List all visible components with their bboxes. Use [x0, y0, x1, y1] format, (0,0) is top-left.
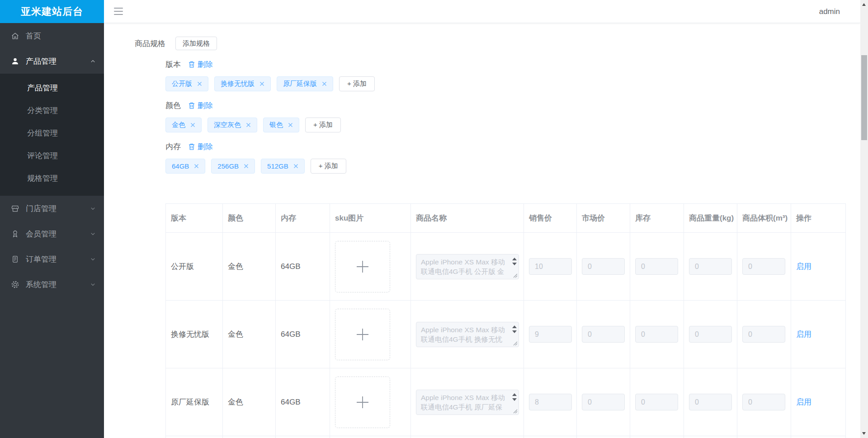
tag-close-icon[interactable]: [194, 164, 199, 169]
delete-spec-link[interactable]: 删除: [198, 100, 213, 111]
col-header-stock: 库存: [630, 204, 684, 233]
tag-close-icon[interactable]: [246, 122, 251, 127]
table-header-row: 版本 颜色 内存 sku图片 商品名称 销售价 市场价 库存 商品重量(kg) …: [166, 204, 846, 233]
plus-icon: [355, 395, 370, 410]
main-content: 商品规格 添加规格 版本 删除 公开版 换修无忧版 原厂延保版 + 添加 颜色 …: [104, 23, 860, 438]
cell-volume: [737, 301, 791, 368]
sidebar-item-system-management[interactable]: 系统管理: [0, 272, 104, 297]
sidebar-subitem-group-management[interactable]: 分组管理: [0, 122, 104, 144]
tag-close-icon[interactable]: [322, 81, 327, 86]
scroll-down-icon[interactable]: [512, 263, 517, 265]
tag-label: 公开版: [172, 80, 192, 88]
cell-market-price: [577, 436, 630, 438]
image-upload-box[interactable]: [335, 309, 390, 360]
add-tag-button[interactable]: + 添加: [305, 118, 341, 132]
scroll-up-icon[interactable]: [512, 258, 517, 260]
resize-grip-icon[interactable]: [513, 273, 518, 278]
trash-icon[interactable]: [188, 143, 195, 151]
tag-close-icon[interactable]: [293, 164, 298, 169]
textarea-scrollbar[interactable]: [512, 258, 517, 265]
tag-close-icon[interactable]: [190, 122, 195, 127]
user-icon: [11, 57, 19, 66]
sidebar-item-member-management[interactable]: 会员管理: [0, 221, 104, 246]
cell-product-name: Apple iPhone XS Max 移动 联通电信4G手机 换修无忧: [411, 301, 524, 368]
sidebar: 亚米建站后台 首页 产品管理 产品管理 分类管理 分组管理 评论管理 规格管理 …: [0, 0, 104, 438]
trash-icon[interactable]: [188, 102, 195, 109]
sidebar-subitem-spec-management[interactable]: 规格管理: [0, 167, 104, 189]
sidebar-item-home[interactable]: 首页: [0, 23, 104, 48]
spec-tag: 金色: [165, 118, 202, 132]
product-name-textarea[interactable]: Apple iPhone XS Max 移动 联通电信4G手机 换修无忧: [416, 322, 519, 347]
textarea-scrollbar[interactable]: [512, 393, 517, 401]
trash-icon[interactable]: [188, 61, 195, 68]
market-price-input[interactable]: [582, 394, 625, 410]
tag-close-icon[interactable]: [288, 122, 293, 127]
add-tag-button[interactable]: + 添加: [339, 76, 375, 91]
scrollbar-down-icon[interactable]: [862, 432, 866, 435]
add-tag-button[interactable]: + 添加: [311, 159, 346, 174]
image-upload-box[interactable]: [335, 377, 390, 428]
sale-price-input[interactable]: [529, 258, 572, 275]
sidebar-subitem-comment-management[interactable]: 评论管理: [0, 144, 104, 167]
stock-input[interactable]: [635, 326, 678, 343]
tag-close-icon[interactable]: [244, 164, 249, 169]
stock-input[interactable]: [635, 258, 678, 275]
resize-grip-icon[interactable]: [513, 341, 518, 346]
volume-input[interactable]: [742, 394, 785, 410]
sidebar-item-label: 首页: [26, 31, 96, 41]
image-upload-box[interactable]: [335, 241, 390, 292]
textarea-scrollbar[interactable]: [512, 325, 517, 333]
volume-input[interactable]: [742, 326, 785, 343]
product-name-textarea[interactable]: Apple iPhone XS Max 移动 联通电信4G手机 原厂延保: [416, 390, 519, 415]
scrollbar-up-icon[interactable]: [862, 3, 866, 6]
sidebar-subitem-product-management[interactable]: 产品管理: [0, 76, 104, 99]
sidebar-subitem-category-management[interactable]: 分类管理: [0, 99, 104, 122]
table-row-partial: [166, 436, 846, 438]
sidebar-item-order-management[interactable]: 订单管理: [0, 246, 104, 272]
col-header-memory: 内存: [276, 204, 330, 233]
weight-input[interactable]: [689, 326, 732, 343]
delete-spec-link[interactable]: 删除: [198, 59, 213, 70]
market-price-input[interactable]: [582, 258, 625, 275]
chevron-down-icon: [90, 282, 96, 287]
cell-product-name: [411, 436, 524, 438]
weight-input[interactable]: [689, 394, 732, 410]
tag-close-icon[interactable]: [197, 81, 202, 86]
sale-price-input[interactable]: [529, 326, 572, 343]
enable-link[interactable]: 启用: [796, 397, 811, 407]
chevron-up-icon: [90, 58, 96, 64]
weight-input[interactable]: [689, 258, 732, 275]
volume-input[interactable]: [742, 258, 785, 275]
scroll-up-icon[interactable]: [512, 393, 517, 396]
spec-group-memory-label-row: 内存 删除: [165, 141, 860, 152]
hamburger-menu-icon[interactable]: [114, 8, 123, 15]
cell-stock: [630, 436, 684, 438]
scroll-down-icon[interactable]: [512, 398, 517, 401]
stock-input[interactable]: [635, 394, 678, 410]
scroll-up-icon[interactable]: [512, 325, 517, 328]
product-name-line: Apple iPhone XS Max 移动: [421, 325, 508, 334]
user-menu[interactable]: admin: [819, 0, 840, 23]
tag-close-icon[interactable]: [259, 81, 264, 86]
cell-sku-image: [330, 233, 411, 301]
table-row: 公开版 金色 64GB Apple iPhone XS Max 移动 联通电信4…: [166, 233, 846, 301]
resize-grip-icon[interactable]: [513, 409, 518, 414]
chevron-down-icon: [90, 256, 96, 262]
cell-color: 金色: [223, 368, 276, 436]
scroll-down-icon[interactable]: [512, 330, 517, 333]
delete-spec-link[interactable]: 删除: [198, 141, 213, 152]
sidebar-item-product-management[interactable]: 产品管理: [0, 48, 104, 74]
enable-link[interactable]: 启用: [796, 261, 811, 272]
submenu-item-label: 评论管理: [27, 151, 58, 161]
market-price-input[interactable]: [582, 326, 625, 343]
spec-section-label: 商品规格: [135, 38, 165, 49]
enable-link[interactable]: 启用: [796, 329, 811, 339]
cell-market-price: [577, 368, 630, 436]
product-name-textarea[interactable]: Apple iPhone XS Max 移动 联通电信4G手机 公开版 金: [416, 254, 519, 279]
add-spec-button[interactable]: 添加规格: [175, 37, 217, 50]
add-tag-button-label: + 添加: [347, 80, 367, 88]
scrollbar-thumb[interactable]: [861, 55, 867, 140]
sale-price-input[interactable]: [529, 394, 572, 410]
window-scrollbar[interactable]: [860, 0, 868, 438]
sidebar-item-store-management[interactable]: 门店管理: [0, 196, 104, 221]
